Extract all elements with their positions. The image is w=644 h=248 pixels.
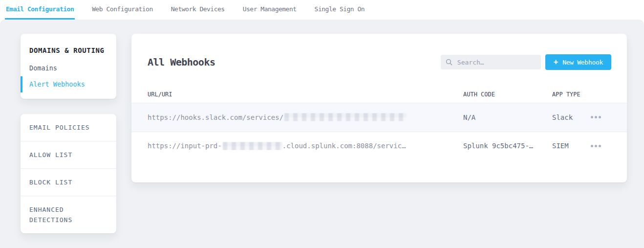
sidebar-item-domains[interactable]: Domains	[21, 60, 116, 76]
tab-network-devices[interactable]: Network Devices	[170, 0, 226, 20]
table-row[interactable]: https://hooks.slack.com/services/ N/A Sl…	[131, 103, 627, 132]
top-nav: Email Configuration Web Configuration Ne…	[0, 0, 644, 20]
tab-user-management[interactable]: User Management	[242, 0, 298, 20]
redacted-url-segment	[284, 113, 407, 121]
settings-sidebar: DOMAINS & ROUTING Domains Alert Webhooks…	[21, 34, 116, 233]
column-header-url: URL/URI	[148, 91, 463, 98]
sidebar-item-alert-webhooks[interactable]: Alert Webhooks	[21, 76, 116, 92]
ellipsis-icon	[591, 145, 593, 147]
tab-single-sign-on[interactable]: Single Sign On	[314, 0, 366, 20]
auth-code-value: Splunk 9c5bc475-…	[463, 142, 552, 150]
row-menu-button[interactable]	[589, 112, 603, 122]
webhook-search[interactable]	[441, 55, 541, 69]
plus-icon: +	[554, 58, 558, 66]
domains-routing-card: DOMAINS & ROUTING Domains Alert Webhooks	[21, 34, 116, 99]
app-type-value: SIEM	[552, 142, 589, 150]
app-type-value: Slack	[552, 113, 589, 121]
row-menu-button[interactable]	[589, 141, 603, 151]
sidebar-item-block-list[interactable]: BLOCK LIST	[21, 168, 116, 196]
sidebar-item-allow-list[interactable]: ALLOW LIST	[21, 141, 116, 168]
tab-email-configuration[interactable]: Email Configuration	[5, 0, 75, 20]
webhook-url-text: https://input-prd-	[148, 142, 222, 150]
new-webhook-button[interactable]: + New Webhook	[545, 54, 611, 70]
webhook-url-text: https://hooks.slack.com/services/	[148, 113, 283, 121]
sidebar-item-email-policies[interactable]: EMAIL POLICIES	[21, 114, 116, 141]
webhooks-panel-header: All Webhooks + New Webhook	[131, 34, 627, 75]
tab-web-configuration[interactable]: Web Configuration	[91, 0, 154, 20]
webhook-url: https://input-prd- .cloud.splunk.com:808…	[148, 142, 463, 150]
domains-routing-header: DOMAINS & ROUTING	[21, 41, 116, 60]
webhook-url: https://hooks.slack.com/services/	[148, 113, 463, 121]
table-row[interactable]: https://input-prd- .cloud.splunk.com:808…	[131, 132, 627, 160]
new-webhook-label: New Webhook	[562, 59, 603, 66]
ellipsis-icon	[591, 116, 593, 118]
page-title: All Webhooks	[148, 56, 215, 68]
policy-sections-card: EMAIL POLICIES ALLOW LIST BLOCK LIST ENH…	[21, 114, 116, 233]
webhooks-panel: All Webhooks + New Webhook URL/URI AUTH …	[131, 34, 627, 182]
webhook-url-text: .cloud.splunk.com:8088/servic…	[282, 142, 406, 150]
sidebar-item-enhanced-detections[interactable]: ENHANCED DETECTIONS	[21, 196, 116, 233]
column-header-app-type: APP TYPE	[552, 91, 589, 98]
column-header-auth-code: AUTH CODE	[463, 91, 552, 98]
search-input[interactable]	[456, 58, 536, 67]
search-icon	[446, 59, 452, 66]
content-area: DOMAINS & ROUTING Domains Alert Webhooks…	[0, 20, 644, 248]
redacted-url-segment	[223, 142, 282, 150]
webhooks-table-header: URL/URI AUTH CODE APP TYPE	[131, 87, 627, 103]
auth-code-value: N/A	[463, 113, 552, 121]
